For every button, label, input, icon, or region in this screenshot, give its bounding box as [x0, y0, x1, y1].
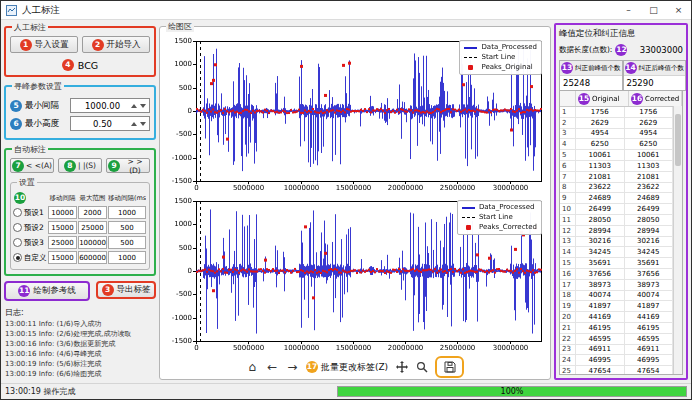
preset-radio[interactable]	[13, 208, 22, 217]
peaks-table-row[interactable]: 163765637656	[560, 269, 673, 280]
preset-value-cell[interactable]: 25000	[48, 236, 77, 249]
peaks-table-row[interactable]: 102649926499	[560, 204, 673, 215]
preset-radio[interactable]	[13, 223, 22, 232]
peaks-table: 15 Original 16 Corrected 117561756226292…	[559, 91, 683, 375]
peaks-table-row[interactable]: 51006110061	[560, 150, 673, 161]
peaks-table-row[interactable]: 214619546195	[560, 323, 673, 334]
corrected-value: 46595	[625, 334, 674, 344]
corrected-value: 30216	[625, 237, 674, 247]
peaks-table-row[interactable]: 254765447654	[560, 366, 673, 374]
pause-button[interactable]: 8 | |(S)	[58, 158, 102, 173]
original-value: 40074	[576, 291, 625, 301]
preset-value-cell[interactable]: 1000	[108, 206, 146, 219]
corrected-value: 37656	[625, 269, 674, 279]
preset-value-cell[interactable]: 10000	[48, 206, 77, 219]
zoom-icon[interactable]	[415, 359, 428, 375]
table-scrollbar[interactable]	[673, 106, 682, 374]
chart-top[interactable]: Data_ProcessedStart LinePeaks_Original	[163, 36, 547, 194]
row-index: 23	[560, 345, 576, 355]
pan-icon[interactable]	[395, 359, 408, 375]
peak-info-title: 峰值定位和纠正信息	[559, 28, 683, 40]
log-line: 13:00:11 Info: (1/6)导入成功	[5, 319, 155, 329]
original-value: 21081	[576, 172, 625, 182]
home-icon[interactable]: ⌂	[246, 359, 259, 375]
corrected-value: 34245	[625, 247, 674, 257]
original-value: 26499	[576, 204, 625, 214]
forward-icon[interactable]: →	[286, 359, 299, 375]
preset-row[interactable]: 预设325000100000500	[13, 236, 147, 249]
peaks-table-row[interactable]: 61130311303	[560, 161, 673, 172]
min-height-value: 0.50	[74, 119, 131, 129]
original-value: 46195	[576, 323, 625, 333]
back-icon[interactable]: ←	[266, 359, 279, 375]
preset-row[interactable]: 预设11000020001000	[13, 206, 147, 219]
original-value: 46595	[576, 334, 625, 344]
step-forward-button[interactable]: 9 > >(D)	[106, 158, 150, 173]
peaks-table-row[interactable]: 226292629	[560, 118, 673, 129]
window-controls: – □ ×	[616, 1, 691, 19]
peaks-table-row[interactable]: 349544954	[560, 129, 673, 140]
peaks-table-row[interactable]: 234691146911	[560, 345, 673, 356]
preset-radio[interactable]	[13, 238, 22, 247]
spinner-arrows-icon[interactable]	[131, 104, 146, 108]
peaks-table-row[interactable]: 133021630216	[560, 237, 673, 248]
preset-radio[interactable]	[13, 253, 22, 262]
preset-value-cell[interactable]: 500	[108, 236, 146, 249]
spinner-arrows-icon[interactable]	[131, 122, 146, 126]
legend-item: Peaks_Corrected	[462, 223, 537, 232]
draw-reference-line-button[interactable]: 11 绘制参考线	[4, 281, 90, 301]
peaks-table-row[interactable]: 92468924689	[560, 193, 673, 204]
min-height-input[interactable]: 0.50	[70, 116, 150, 131]
preset-value-cell[interactable]: 15000	[48, 221, 77, 234]
row-index: 1	[560, 107, 576, 117]
row-index: 7	[560, 172, 576, 182]
export-labels-button[interactable]: 3 导出标签	[96, 281, 156, 299]
preset-value-cell[interactable]: 100000	[78, 236, 107, 249]
preset-row[interactable]: 自定义150006000001000	[13, 251, 147, 264]
batch-edit-labels-button[interactable]: 17 批量更改标签(Z)	[306, 361, 388, 374]
peaks-table-row[interactable]: 224659546595	[560, 334, 673, 345]
maximize-button[interactable]: □	[641, 1, 666, 19]
peaks-table-row[interactable]: 194189741897	[560, 301, 673, 312]
row-index: 18	[560, 291, 576, 301]
save-icon[interactable]	[443, 359, 456, 375]
peaks-table-row[interactable]: 72108121081	[560, 172, 673, 183]
peaks-table-row[interactable]: 122899428994	[560, 226, 673, 237]
step-back-button[interactable]: 7 < <(A)	[10, 158, 54, 173]
peaks-table-row[interactable]: 82362223622	[560, 183, 673, 194]
peaks-table-row[interactable]: 462506250	[560, 139, 673, 150]
chart-bottom[interactable]: Data_ProcessedStart LinePeaks_Corrected	[163, 196, 547, 354]
preset-row[interactable]: 预设21500025000500	[13, 221, 147, 234]
preset-value-cell[interactable]: 600000	[78, 251, 107, 264]
peaks-table-row[interactable]: 204416944169	[560, 312, 673, 323]
preset-table: 预设11000020001000预设21500025000500预设325000…	[13, 206, 147, 264]
import-settings-button[interactable]: 1 导入设置	[10, 36, 78, 53]
min-height-label: 最小高度	[25, 118, 67, 130]
close-button[interactable]: ×	[666, 1, 691, 19]
start-import-button[interactable]: 2 开始导入	[82, 36, 150, 53]
preset-value-cell[interactable]: 25000	[78, 221, 107, 234]
peaks-table-row[interactable]: 143424534245	[560, 247, 673, 258]
preset-value-cell[interactable]: 500	[108, 221, 146, 234]
peaks-table-row[interactable]: 117561756	[560, 107, 673, 118]
peaks-table-row[interactable]: 173897338973	[560, 280, 673, 291]
peaks-table-row[interactable]: 112805028050	[560, 215, 673, 226]
data-length-label: 数据长度(点数):	[559, 45, 612, 55]
settings-title: 设置	[17, 177, 37, 188]
minimize-button[interactable]: –	[616, 1, 641, 19]
row-index: 4	[560, 139, 576, 149]
preset-value-cell[interactable]: 15000	[48, 251, 77, 264]
preset-value-cell[interactable]: 1000	[108, 251, 146, 264]
min-interval-input[interactable]: 1000.00	[70, 98, 150, 113]
log-lines: 13:00:11 Info: (1/6)导入成功13:00:15 Info: (…	[5, 319, 155, 379]
peaks-table-row[interactable]: 244699546995	[560, 355, 673, 366]
peaks-table-row[interactable]: 153569135691	[560, 258, 673, 269]
plot-area-title: 绘图区	[166, 21, 194, 32]
main-area: 人工标注 1 导入设置 2 开始导入 4 BCG 寻峰参数	[1, 20, 691, 383]
peaks-table-row[interactable]: 184007440074	[560, 291, 673, 302]
preset-label: 自定义	[24, 253, 47, 263]
preset-value-cell[interactable]: 2000	[78, 206, 107, 219]
scrollbar-thumb[interactable]	[675, 114, 681, 166]
signal-type-selector[interactable]: BCG	[78, 60, 98, 71]
import-settings-label: 导入设置	[35, 39, 69, 51]
